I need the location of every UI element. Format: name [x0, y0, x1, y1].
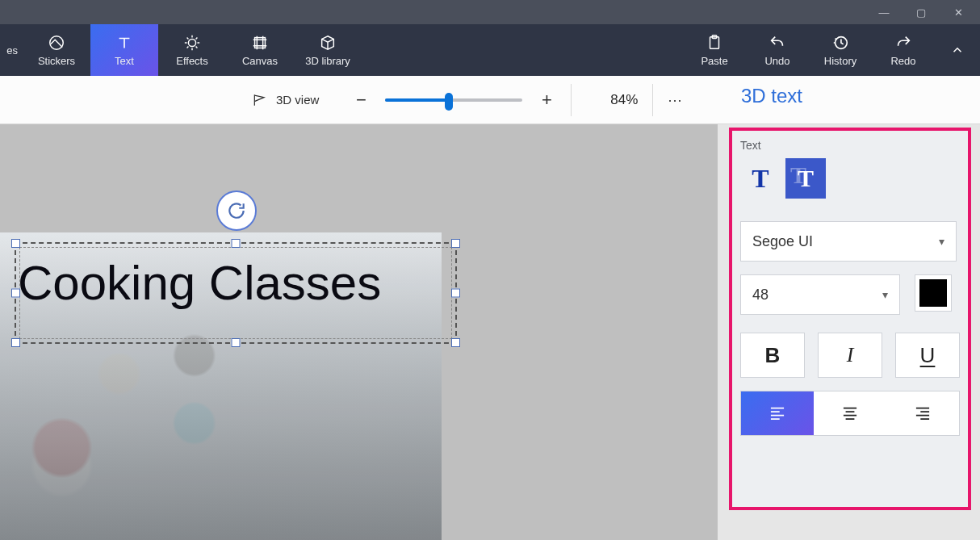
- flag-icon: [252, 92, 268, 108]
- resize-handle-tl[interactable]: [11, 239, 20, 248]
- ribbon-label: Redo: [890, 55, 915, 67]
- undo-icon: [769, 34, 786, 52]
- ribbon-item-canvas[interactable]: Canvas: [226, 24, 294, 76]
- ribbon-label: Effects: [176, 55, 208, 67]
- zoom-in-button[interactable]: +: [537, 90, 556, 111]
- slider-fill: [385, 98, 448, 102]
- bold-button[interactable]: B: [740, 333, 805, 378]
- chevron-down-icon: ▾: [939, 235, 944, 248]
- stickers-icon: [48, 34, 65, 52]
- effects-icon: [183, 34, 201, 52]
- close-button[interactable]: ✕: [940, 0, 977, 24]
- zoom-out-button[interactable]: −: [351, 90, 371, 111]
- ribbon-label: Stickers: [38, 55, 75, 67]
- resize-handle-bm[interactable]: [232, 338, 241, 347]
- maximize-button[interactable]: ▢: [903, 0, 940, 24]
- divider: [652, 84, 653, 116]
- color-swatch: [919, 279, 947, 307]
- text-type-3d-button[interactable]: T: [785, 158, 826, 199]
- chevron-down-icon: ▾: [882, 288, 888, 301]
- underline-button[interactable]: U: [895, 333, 960, 378]
- font-size-select[interactable]: 48 ▾: [740, 274, 900, 315]
- history-button[interactable]: History: [809, 24, 872, 76]
- divider: [571, 84, 572, 116]
- svg-rect-2: [255, 37, 266, 48]
- more-button[interactable]: ⋯: [668, 91, 684, 109]
- 3d-view-label: 3D view: [276, 93, 319, 107]
- 3d-view-toggle[interactable]: 3D view: [242, 87, 329, 113]
- text-properties-panel: Text T T Segoe UI ▾ 48 ▾ B I U: [729, 128, 971, 510]
- ribbon-label: Canvas: [242, 55, 278, 67]
- expand-ribbon-button[interactable]: [935, 24, 980, 76]
- resize-handle-bl[interactable]: [11, 338, 20, 347]
- text-color-picker[interactable]: [915, 274, 952, 312]
- resize-handle-mr[interactable]: [451, 289, 460, 298]
- ribbon-item-effects[interactable]: Effects: [158, 24, 226, 76]
- zoom-slider[interactable]: [385, 98, 522, 102]
- paste-icon: [706, 34, 723, 52]
- rotate-handle[interactable]: [216, 190, 257, 231]
- ribbon-item-3d-library[interactable]: 3D library: [294, 24, 362, 76]
- slider-thumb[interactable]: [445, 93, 453, 111]
- rotate-icon: [226, 200, 247, 221]
- side-panel-title[interactable]: 3D text: [741, 85, 802, 107]
- italic-button[interactable]: I: [818, 333, 882, 378]
- align-left-button[interactable]: [741, 391, 814, 435]
- ribbon-label: History: [824, 55, 856, 67]
- canvas-text-content[interactable]: Cooking Classes: [18, 255, 381, 311]
- size-value: 48: [752, 287, 769, 303]
- minimize-button[interactable]: —: [865, 0, 903, 24]
- ribbon-label: es: [6, 44, 18, 57]
- redo-button[interactable]: Redo: [872, 24, 935, 76]
- resize-handle-tr[interactable]: [451, 239, 460, 248]
- window-titlebar: — ▢ ✕: [0, 0, 980, 24]
- text-type-2d-button[interactable]: T: [740, 158, 781, 199]
- text-icon: [115, 34, 133, 52]
- ribbon-item-brushes[interactable]: es: [0, 24, 23, 76]
- resize-handle-br[interactable]: [451, 338, 460, 347]
- font-family-select[interactable]: Segoe UI ▾: [740, 221, 957, 262]
- ribbon-item-stickers[interactable]: Stickers: [23, 24, 90, 76]
- ribbon-label: Paste: [701, 55, 727, 67]
- cube-icon: [319, 34, 337, 52]
- paste-button[interactable]: Paste: [683, 24, 746, 76]
- redo-icon: [894, 34, 912, 52]
- zoom-percent[interactable]: 84%: [610, 92, 638, 108]
- panel-section-label: Text: [740, 139, 960, 152]
- ribbon-item-text[interactable]: Text: [90, 24, 158, 76]
- history-icon: [831, 34, 849, 52]
- chevron-up-icon: [950, 43, 965, 57]
- ribbon-toolbar: es Stickers Text Effects Canvas: [0, 24, 980, 76]
- ribbon-label: 3D library: [305, 55, 350, 67]
- resize-handle-tm[interactable]: [232, 239, 241, 248]
- ribbon-label: Undo: [764, 55, 789, 67]
- align-center-button[interactable]: [814, 391, 886, 435]
- secondary-toolbar: 3D view − + 84% ⋯: [0, 76, 980, 124]
- ribbon-label: Text: [115, 55, 134, 67]
- canvas-icon: [251, 34, 269, 52]
- svg-point-1: [188, 39, 195, 46]
- undo-button[interactable]: Undo: [746, 24, 809, 76]
- font-value: Segoe UI: [752, 233, 813, 250]
- align-right-button[interactable]: [886, 391, 959, 435]
- alignment-group: [740, 391, 960, 436]
